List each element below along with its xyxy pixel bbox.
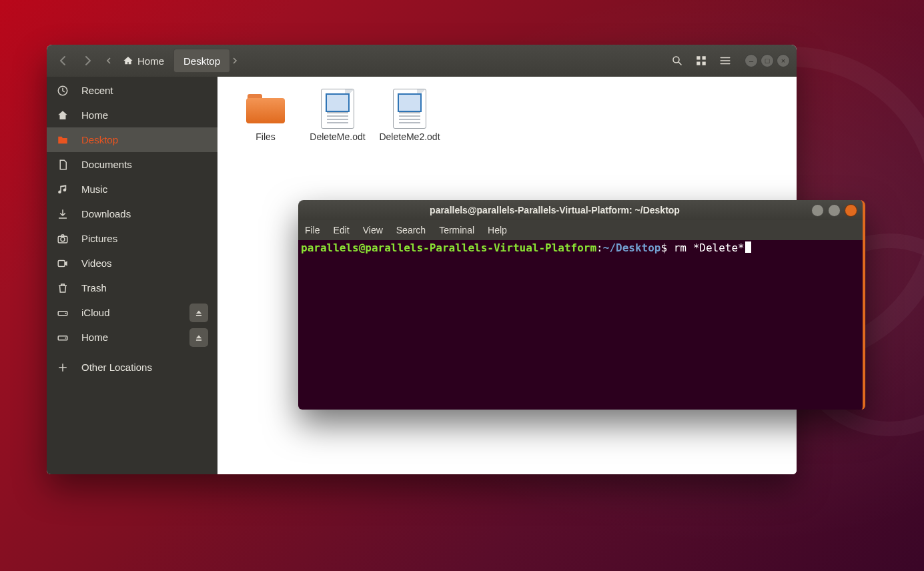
nav-forward-button[interactable] (77, 51, 97, 71)
sidebar-item-desktop[interactable]: Desktop (47, 127, 217, 152)
svg-rect-4 (703, 62, 706, 65)
terminal-close-button[interactable] (845, 204, 857, 217)
sidebar-item-label: Music (81, 183, 107, 195)
clock-icon (56, 85, 69, 97)
sidebar-item-music[interactable]: Music (47, 177, 217, 201)
sidebar-item-label: Home (81, 109, 108, 121)
window-maximize-button[interactable]: □ (761, 54, 774, 67)
prompt-user-host: parallels@parallels-Parallels-Virtual-Pl… (301, 241, 596, 254)
breadcrumbs: Home Desktop (104, 49, 240, 73)
file-manager-sidebar: Recent Home Desktop Documents Music Down… (47, 77, 217, 474)
search-button[interactable] (667, 51, 687, 71)
eject-icon (194, 333, 203, 342)
sidebar-item-pictures[interactable]: Pictures (47, 226, 217, 251)
sidebar-item-label: Trash (81, 282, 107, 294)
sidebar-item-other-locations[interactable]: Other Locations (47, 355, 217, 380)
sidebar-item-label: Home (81, 332, 108, 343)
menu-file[interactable]: File (305, 225, 320, 235)
svg-rect-8 (58, 260, 65, 266)
window-controls: – □ × (745, 54, 790, 67)
sidebar-item-home-drive[interactable]: Home (47, 325, 217, 350)
svg-rect-3 (697, 62, 700, 65)
video-icon (56, 257, 69, 269)
sidebar-item-label: Pictures (81, 233, 117, 244)
odt-file-icon (321, 89, 354, 129)
window-minimize-button[interactable]: – (745, 54, 758, 67)
search-icon (671, 55, 683, 67)
sidebar-item-label: Documents (81, 159, 132, 170)
trash-icon (56, 282, 69, 294)
svg-point-7 (61, 237, 65, 241)
terminal-command: rm *Delete* (674, 241, 745, 254)
plus-icon (56, 362, 69, 374)
folder-icon (246, 94, 285, 123)
icon-view-icon (695, 55, 707, 67)
breadcrumb-label: Home (137, 55, 164, 67)
eject-button[interactable] (189, 328, 208, 347)
breadcrumb-desktop[interactable]: Desktop (173, 49, 230, 73)
menu-terminal[interactable]: Terminal (439, 225, 474, 235)
item-label: DeleteMe.odt (310, 131, 365, 143)
sidebar-item-label: Recent (81, 85, 113, 96)
hamburger-menu-button[interactable] (715, 51, 735, 71)
svg-point-10 (65, 312, 66, 314)
sidebar-item-trash[interactable]: Trash (47, 275, 217, 300)
svg-point-0 (673, 57, 679, 63)
sidebar-item-label: Videos (81, 257, 112, 269)
breadcrumb-left-icon[interactable] (104, 49, 113, 72)
svg-rect-2 (703, 56, 706, 59)
file-manager-headerbar: Home Desktop – □ × (47, 45, 797, 77)
document-icon (56, 159, 69, 171)
download-icon (56, 208, 69, 220)
odt-file-icon (393, 89, 426, 129)
menu-help[interactable]: Help (488, 225, 507, 235)
sidebar-item-home[interactable]: Home (47, 103, 217, 127)
prompt-cwd: ~/Desktop (603, 241, 661, 254)
view-toggle-button[interactable] (691, 51, 711, 71)
menu-search[interactable]: Search (396, 225, 426, 235)
sidebar-item-videos[interactable]: Videos (47, 251, 217, 275)
menu-view[interactable]: View (363, 225, 383, 235)
camera-icon (56, 233, 69, 245)
breadcrumb-right-icon[interactable] (230, 49, 240, 72)
item-label: DeleteMe2.odt (379, 131, 440, 143)
sidebar-item-label: Desktop (81, 134, 118, 145)
prompt-sigil: $ (660, 241, 667, 254)
breadcrumb-home[interactable]: Home (113, 49, 173, 72)
menu-edit[interactable]: Edit (334, 225, 350, 235)
sidebar-item-icloud[interactable]: iCloud (47, 300, 217, 325)
window-close-button[interactable]: × (777, 54, 790, 67)
hamburger-icon (719, 55, 731, 67)
terminal-body[interactable]: parallels@parallels-Parallels-Virtual-Pl… (298, 240, 863, 410)
home-icon (123, 55, 133, 66)
sidebar-item-downloads[interactable]: Downloads (47, 201, 217, 226)
folder-icon (56, 134, 69, 146)
terminal-maximize-button[interactable] (828, 204, 841, 217)
sidebar-item-label: Downloads (81, 208, 131, 219)
terminal-menubar: File Edit View Search Terminal Help (298, 220, 863, 240)
terminal-window-controls (811, 204, 863, 217)
terminal-minimize-button[interactable] (811, 204, 824, 217)
home-icon (56, 109, 69, 121)
breadcrumb-label: Desktop (183, 55, 220, 67)
terminal-titlebar[interactable]: parallels@parallels-Parallels-Virtual-Pl… (298, 200, 863, 220)
drive-icon (56, 332, 69, 344)
sidebar-item-label: Other Locations (81, 362, 152, 373)
svg-rect-1 (697, 56, 700, 59)
sidebar-item-recent[interactable]: Recent (47, 78, 217, 103)
folder-item[interactable]: Files (236, 89, 295, 143)
nav-back-button[interactable] (53, 51, 73, 71)
terminal-window: parallels@parallels-Parallels-Virtual-Pl… (298, 200, 865, 410)
music-icon (56, 183, 69, 195)
prompt-colon: : (596, 241, 603, 254)
drive-icon (56, 307, 69, 319)
sidebar-item-label: iCloud (81, 307, 110, 318)
terminal-cursor (745, 241, 751, 253)
file-item[interactable]: DeleteMe.odt (308, 89, 367, 143)
item-label: Files (256, 131, 276, 143)
sidebar-item-documents[interactable]: Documents (47, 152, 217, 177)
eject-button[interactable] (189, 304, 208, 322)
svg-point-12 (65, 337, 66, 338)
file-item[interactable]: DeleteMe2.odt (380, 89, 439, 143)
terminal-title: parallels@parallels-Parallels-Virtual-Pl… (298, 205, 811, 215)
